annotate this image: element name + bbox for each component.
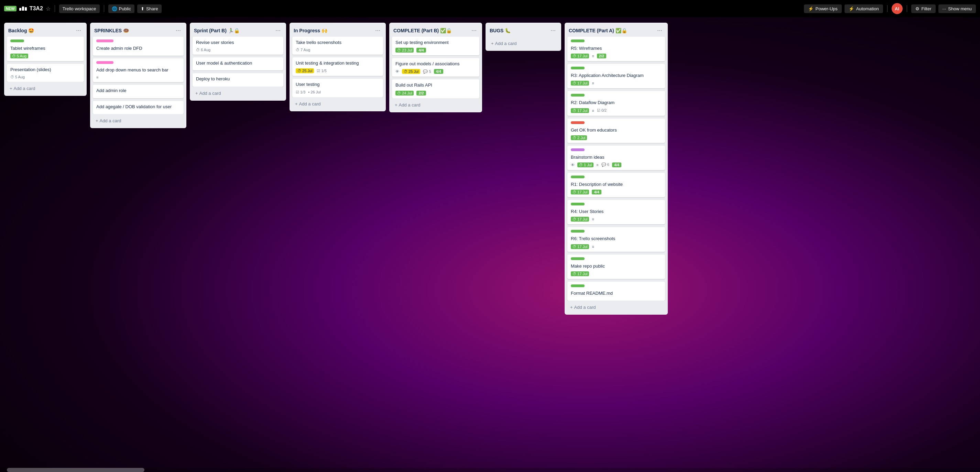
card-label-pink: [96, 61, 113, 64]
card-meta: ⏱ 17 Jul ≡: [571, 217, 662, 222]
globe-icon: 🌐: [112, 6, 117, 11]
card-deploy-heroku[interactable]: Deploy to heroku: [192, 73, 283, 86]
list-menu-sprint-b[interactable]: ···: [274, 26, 282, 35]
avatar[interactable]: Al: [892, 3, 903, 14]
show-menu-label: Show menu: [948, 6, 972, 11]
card-r6-trello-screenshots[interactable]: R6: Trello screenshots ⏱ 17 Jul ≡: [567, 227, 665, 252]
card-date: • 26 Jul: [308, 90, 320, 94]
card-title: R3: Application Architecture Diagram: [571, 73, 662, 79]
card-checklist: ☑ 1/5: [317, 69, 326, 73]
plus-icon: +: [395, 102, 398, 108]
card-unit-testing[interactable]: Unit testing & integration testing ⏱ 25 …: [292, 57, 383, 76]
card-meta: ≡: [96, 75, 180, 79]
card-user-testing[interactable]: User testing ☑ 1/3 • 26 Jul: [292, 79, 383, 97]
card-user-model-auth[interactable]: User model & authentication: [192, 57, 283, 70]
list-menu-in-progress[interactable]: ···: [374, 26, 382, 35]
card-title: R5: Wireframes: [571, 45, 662, 52]
list-cards-in-progress: Take trello screenshots ⏱ 7 Aug Unit tes…: [290, 37, 386, 97]
card-label-green: [571, 176, 585, 178]
card-label-green: [571, 94, 585, 97]
star-icon[interactable]: ☆: [46, 5, 51, 12]
plus-icon: +: [295, 101, 298, 106]
card-date-done: ⏱ 17 Jul: [571, 271, 589, 276]
card-revise-user-stories[interactable]: Revise user stories ⏱ 6 Aug: [192, 37, 283, 55]
powerups-button[interactable]: ⚡ Power-Ups: [804, 5, 842, 13]
card-date-warn: ⏱ 25 Jul: [296, 68, 314, 73]
card-r4-user-stories[interactable]: R4: User Stories ⏱ 17 Jul ≡: [567, 200, 665, 224]
card-label-pink: [96, 40, 113, 42]
card-date-warn: ⏱ 25 Jul: [402, 69, 420, 74]
card-title: R6: Trello screenshots: [571, 236, 662, 242]
card-label-green: [571, 67, 585, 70]
add-card-label: Add a card: [199, 91, 221, 96]
list-menu-bugs[interactable]: ···: [549, 26, 557, 35]
card-add-admin-role[interactable]: Add admin role: [93, 85, 184, 98]
list-menu-sprinkles[interactable]: ···: [174, 26, 182, 35]
card-meta: ⏱ 5 Aug: [10, 75, 81, 79]
card-meta: ⏱ 25 Jul ☑ 1/5: [296, 68, 380, 73]
automation-label: Automation: [856, 6, 879, 11]
scrollbar-area[interactable]: [0, 468, 980, 472]
add-card-bugs[interactable]: + Add a card: [488, 39, 558, 48]
add-card-label: Add a card: [574, 305, 596, 310]
list-title-sprint-b: Sprint (Part B) 🏃‍♂️🔒: [194, 28, 274, 33]
card-set-up-testing[interactable]: Set up testing environment ⏱ 23 Jul 4/4: [392, 37, 479, 55]
share-button[interactable]: ⬆ Share: [137, 5, 162, 13]
card-meta: ⏱ 2 Jul: [571, 135, 662, 140]
card-add-dropdown-menus[interactable]: Add drop down menus to search bar ≡: [93, 59, 184, 82]
add-card-backlog[interactable]: + Add a card: [7, 84, 84, 93]
card-get-ok-educators[interactable]: Get OK from educators ⏱ 2 Jul: [567, 119, 665, 143]
card-checklist: ☑ 0/2: [597, 108, 606, 112]
card-tablet-wireframes[interactable]: Tablet wireframes ⏱ 5 Aug: [7, 37, 84, 61]
card-presentation-slides[interactable]: Presentation (slides) ⏱ 5 Aug: [7, 64, 84, 82]
card-meta: ⏱ 7 Aug: [296, 48, 380, 52]
list-menu-backlog[interactable]: ···: [75, 26, 83, 35]
card-date-done: ⏱ 1 Jul: [578, 163, 593, 167]
card-r3-app-arch[interactable]: R3: Application Architecture Diagram ⏱ 1…: [567, 64, 665, 88]
list-menu-complete-a[interactable]: ···: [656, 26, 663, 35]
add-card-sprinkles[interactable]: + Add a card: [93, 116, 184, 125]
visibility-button[interactable]: 🌐 Public: [108, 5, 134, 13]
lines-icon: ≡: [592, 109, 594, 112]
card-build-rails-api[interactable]: Build out Rails API ⏱ 24 Jul 2/2: [392, 79, 479, 98]
add-card-complete-b[interactable]: + Add a card: [392, 100, 479, 109]
list-menu-complete-b[interactable]: ···: [470, 26, 478, 35]
card-title: User model & authentication: [196, 60, 280, 66]
board-area: Backlog 🤩 ··· Tablet wireframes ⏱ 5 Aug …: [0, 17, 980, 472]
powerups-icon: ⚡: [808, 6, 814, 11]
nav-divider-2: [104, 5, 104, 12]
card-make-repo-public[interactable]: Make repo public ⏱ 17 Jul: [567, 255, 665, 279]
plus-icon: +: [10, 86, 13, 91]
card-format-readme[interactable]: Format README.md: [567, 282, 665, 301]
card-title: Make repo public: [571, 263, 662, 269]
card-create-admin-dfd[interactable]: Create admin role DFD: [93, 37, 184, 55]
show-menu-button[interactable]: ··· Show menu: [939, 5, 976, 13]
card-badge: 2/2: [417, 91, 426, 95]
lines-icon: ≡: [592, 54, 594, 58]
card-title: Tablet wireframes: [10, 45, 81, 52]
card-take-trello-screenshots[interactable]: Take trello screenshots ⏱ 7 Aug: [292, 37, 383, 55]
share-label: Share: [146, 6, 158, 11]
add-card-in-progress[interactable]: + Add a card: [292, 99, 383, 109]
list-in-progress: In Progress 🙌 ··· Take trello screenshot…: [290, 23, 386, 111]
card-brainstorm-ideas[interactable]: Brainstorm ideas 👁 ⏱ 1 Jul ≡ 💬 6 4/4: [567, 146, 665, 170]
list-cards-complete-b: Set up testing environment ⏱ 23 Jul 4/4 …: [389, 37, 482, 98]
card-date-done: ⏱ 17 Jul: [571, 244, 589, 249]
card-badge: 2/2: [597, 54, 606, 59]
card-add-agegate[interactable]: Add agegate / DOB validation for user: [93, 101, 184, 114]
list-bugs: BUGS 🐛 ··· + Add a card: [485, 23, 561, 51]
card-label-green: [571, 284, 585, 287]
card-date-done: ⏱ 2 Jul: [571, 135, 587, 140]
workspace-button[interactable]: Trello workspace: [59, 5, 100, 13]
card-r5-wireframes[interactable]: R5: Wireframes ⏱ 17 Jul ≡ 2/2: [567, 37, 665, 61]
filter-button[interactable]: ⚙ Filter: [911, 5, 935, 13]
add-card-sprint-b[interactable]: + Add a card: [192, 89, 283, 98]
card-label-green: [571, 203, 585, 206]
board-icon: [19, 6, 27, 11]
card-r2-dataflow[interactable]: R2: Dataflow Diagram ⏱ 17 Jul ≡ ☑ 0/2: [567, 91, 665, 116]
card-r1-desc[interactable]: R1: Description of website ⏱ 17 Jul 4/4: [567, 173, 665, 197]
card-figure-out-models[interactable]: Figure out models / associations 👁 ⏱ 25 …: [392, 58, 479, 77]
plus-icon: +: [195, 91, 198, 96]
add-card-complete-a[interactable]: + Add a card: [567, 303, 665, 312]
automation-button[interactable]: ⚡ Automation: [845, 5, 883, 13]
